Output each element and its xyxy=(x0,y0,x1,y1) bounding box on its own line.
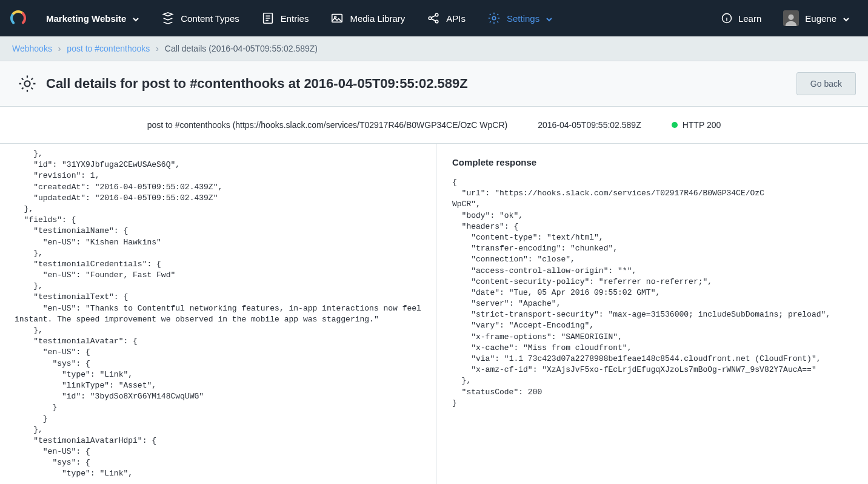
contentful-logo-icon[interactable] xyxy=(10,10,27,27)
breadcrumb-current: Call details (2016-04-05T09:55:02.589Z) xyxy=(165,44,318,53)
nav-learn[interactable]: Learn xyxy=(710,0,772,36)
summary-status: HTTP 200 xyxy=(672,120,721,130)
apis-icon xyxy=(427,12,440,25)
summary-endpoint: post to #contenthooks (https://hooks.sla… xyxy=(147,120,507,130)
top-nav: Marketing Website Content Types Entries … xyxy=(0,0,868,36)
breadcrumb-separator: › xyxy=(156,44,159,53)
user-name: Eugene xyxy=(805,13,836,24)
breadcrumb-link-webhook[interactable]: post to #contenthooks xyxy=(67,44,150,53)
nav-content-types[interactable]: Content Types xyxy=(150,0,250,36)
gear-icon xyxy=(17,73,38,94)
entries-icon xyxy=(261,12,275,25)
svg-point-9 xyxy=(492,16,496,20)
summary-timestamp: 2016-04-05T09:55:02.589Z xyxy=(538,120,641,130)
nav-label: Entries xyxy=(281,13,309,24)
status-dot-icon xyxy=(672,122,678,128)
nav-label: APIs xyxy=(446,13,466,24)
nav-label: Media Library xyxy=(350,13,405,24)
space-name: Marketing Website xyxy=(46,13,126,24)
breadcrumb: Webhooks › post to #contenthooks › Call … xyxy=(0,36,868,61)
response-heading: Complete response xyxy=(452,157,858,167)
breadcrumb-separator: › xyxy=(58,44,61,53)
nav-label: Content Types xyxy=(181,13,239,24)
nav-user[interactable]: Eugene xyxy=(772,0,861,36)
nav-label: Learn xyxy=(738,13,761,24)
details-columns: }, "id": "31YX9Jbfuga2CEwUSAeS6Q", "revi… xyxy=(0,144,868,484)
nav-entries[interactable]: Entries xyxy=(250,0,320,36)
avatar-icon xyxy=(783,10,799,26)
response-body-json: { "url": "https://hooks.slack.com/servic… xyxy=(452,177,858,409)
request-body-json: }, "id": "31YX9Jbfuga2CEwUSAeS6Q", "revi… xyxy=(0,149,436,480)
chevron-down-icon xyxy=(843,15,850,22)
chevron-down-icon xyxy=(132,15,139,22)
go-back-button[interactable]: Go back xyxy=(796,72,856,95)
nav-settings[interactable]: Settings xyxy=(476,0,564,36)
page-title: Call details for post to #contenthooks a… xyxy=(46,76,796,92)
nav-label: Settings xyxy=(507,13,539,24)
title-bar: Call details for post to #contenthooks a… xyxy=(0,61,868,107)
request-column: }, "id": "31YX9Jbfuga2CEwUSAeS6Q", "revi… xyxy=(0,144,436,484)
svg-point-12 xyxy=(24,81,30,86)
nav-apis[interactable]: APIs xyxy=(416,0,476,36)
media-icon xyxy=(330,12,344,25)
gear-icon xyxy=(487,12,501,25)
summary-row: post to #contenthooks (https://hooks.sla… xyxy=(0,107,868,144)
chevron-down-icon xyxy=(546,15,553,22)
response-column: Complete response { "url": "https://hook… xyxy=(436,144,868,484)
svg-point-11 xyxy=(789,15,794,20)
breadcrumb-link-webhooks[interactable]: Webhooks xyxy=(12,44,52,53)
space-switcher[interactable]: Marketing Website xyxy=(35,0,150,36)
status-text: HTTP 200 xyxy=(683,120,721,130)
info-icon xyxy=(721,13,732,24)
content-types-icon xyxy=(161,12,175,25)
nav-media-library[interactable]: Media Library xyxy=(319,0,416,36)
